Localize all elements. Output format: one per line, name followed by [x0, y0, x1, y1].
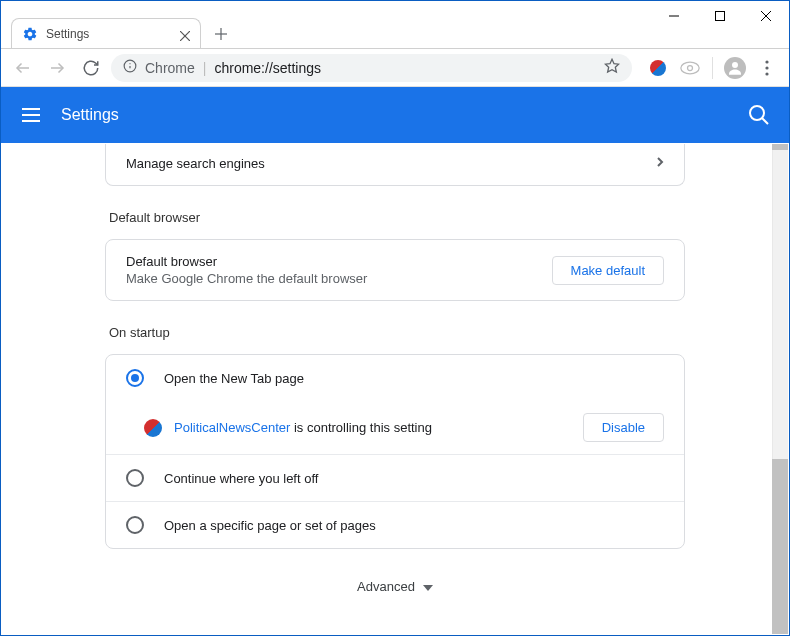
on-startup-section-title: On startup — [109, 325, 685, 340]
chevron-right-icon — [656, 156, 664, 171]
nav-forward-button[interactable] — [43, 54, 71, 82]
option-label: Open the New Tab page — [164, 371, 304, 386]
default-browser-section-title: Default browser — [109, 210, 685, 225]
extension-name-link[interactable]: PoliticalNewsCenter — [174, 420, 290, 435]
radio-unselected-icon[interactable] — [126, 516, 144, 534]
advanced-toggle[interactable]: Advanced — [105, 579, 685, 594]
chrome-menu-button[interactable] — [753, 54, 781, 82]
on-startup-card: Open the New Tab page PoliticalNewsCente… — [105, 354, 685, 549]
url-separator: | — [203, 60, 207, 76]
default-browser-row-sub: Make Google Chrome the default browser — [126, 271, 367, 286]
startup-option-new-tab[interactable]: Open the New Tab page — [106, 355, 684, 401]
manage-search-engines-row[interactable]: Manage search engines — [105, 144, 685, 186]
default-browser-row-title: Default browser — [126, 254, 367, 269]
startup-option-continue[interactable]: Continue where you left off — [106, 455, 684, 501]
nav-back-button[interactable] — [9, 54, 37, 82]
settings-search-icon[interactable] — [747, 103, 771, 127]
make-default-button[interactable]: Make default — [552, 256, 664, 285]
window-close-button[interactable] — [743, 1, 789, 31]
window-minimize-button[interactable] — [651, 1, 697, 31]
svg-point-16 — [732, 62, 738, 68]
row-label: Manage search engines — [126, 156, 265, 171]
svg-point-19 — [765, 72, 768, 75]
svg-marker-13 — [605, 59, 618, 72]
settings-gear-icon — [22, 26, 38, 42]
window-maximize-button[interactable] — [697, 1, 743, 31]
default-browser-card: Default browser Make Google Chrome the d… — [105, 239, 685, 301]
svg-line-24 — [762, 118, 768, 124]
browser-tab[interactable]: Settings — [11, 18, 201, 48]
advanced-label: Advanced — [357, 579, 415, 594]
menu-hamburger-icon[interactable] — [19, 103, 43, 127]
new-tab-button[interactable] — [207, 20, 235, 48]
option-label: Continue where you left off — [164, 471, 318, 486]
chevron-down-icon — [423, 579, 433, 594]
tab-close-icon[interactable] — [180, 29, 190, 39]
extension-icon[interactable] — [644, 54, 672, 82]
option-label: Open a specific page or set of pages — [164, 518, 376, 533]
url-text: chrome://settings — [214, 60, 321, 76]
vertical-scrollbar[interactable] — [772, 144, 788, 634]
svg-point-12 — [129, 63, 130, 64]
svg-marker-25 — [423, 585, 433, 591]
extension-controlling-notice: PoliticalNewsCenter is controlling this … — [144, 401, 684, 454]
browser-toolbar: Chrome | chrome://settings — [1, 49, 789, 87]
svg-point-17 — [765, 60, 768, 63]
svg-point-15 — [688, 65, 693, 70]
notice-text: PoliticalNewsCenter is controlling this … — [174, 420, 432, 435]
url-scheme-label: Chrome — [145, 60, 195, 76]
disable-extension-button[interactable]: Disable — [583, 413, 664, 442]
address-bar[interactable]: Chrome | chrome://settings — [111, 54, 632, 82]
settings-header: Settings — [1, 87, 789, 143]
site-info-icon[interactable] — [123, 59, 137, 76]
settings-title: Settings — [61, 106, 747, 124]
tab-title: Settings — [46, 27, 172, 41]
reader-mode-icon[interactable] — [676, 54, 704, 82]
startup-option-specific-page[interactable]: Open a specific page or set of pages — [106, 502, 684, 548]
svg-point-18 — [765, 66, 768, 69]
nav-reload-button[interactable] — [77, 54, 105, 82]
bookmark-star-icon[interactable] — [604, 58, 620, 77]
svg-point-23 — [750, 106, 764, 120]
svg-point-14 — [681, 62, 699, 74]
profile-avatar[interactable] — [721, 54, 749, 82]
svg-rect-1 — [716, 12, 725, 21]
extension-favicon — [144, 419, 162, 437]
radio-unselected-icon[interactable] — [126, 469, 144, 487]
radio-selected-icon[interactable] — [126, 369, 144, 387]
